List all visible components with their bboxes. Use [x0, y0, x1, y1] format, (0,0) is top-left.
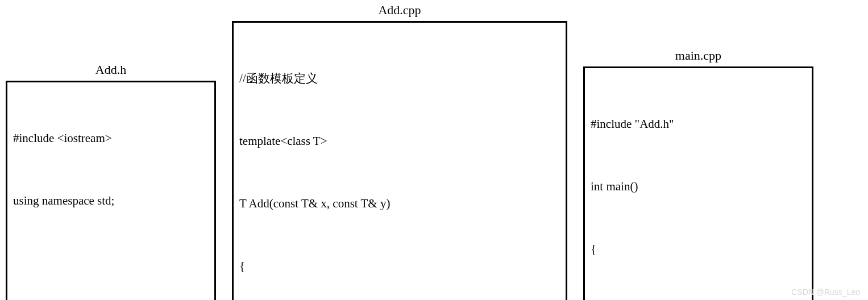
file-title-main-cpp: main.cpp: [675, 48, 721, 63]
code-line: T Add(const T& x, const T& y): [239, 193, 560, 214]
code-box-add-h: #include <iostream> using namespace std;…: [6, 81, 216, 300]
file-title-add-cpp: Add.cpp: [378, 3, 421, 18]
code-box-main-cpp: #include "Add.h" int main() { //调用函数模板实例…: [583, 66, 813, 300]
code-line: #include "Add.h": [591, 114, 806, 135]
code-line: using namespace std;: [13, 190, 209, 211]
code-line: [13, 253, 209, 274]
code-line: {: [239, 256, 560, 277]
code-line: #include <iostream>: [13, 128, 209, 149]
code-line: //函数模板定义: [239, 68, 560, 89]
watermark: CSDN @Russ_Leo: [791, 288, 860, 297]
code-line: {: [591, 239, 806, 260]
code-box-add-cpp: //函数模板定义 template<class T> T Add(const T…: [232, 21, 567, 300]
file-title-add-h: Add.h: [95, 63, 126, 77]
code-line: template<class T>: [239, 131, 560, 152]
code-line: int main(): [591, 176, 806, 197]
